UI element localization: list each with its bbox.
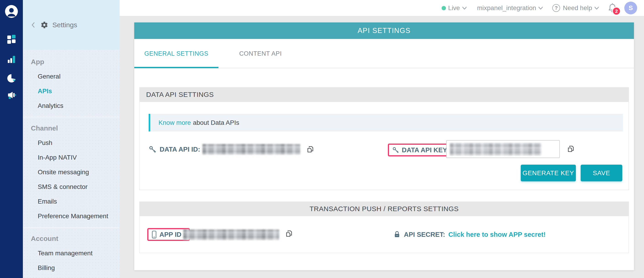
bar-chart-icon[interactable] xyxy=(6,54,16,64)
environment-selector[interactable]: Live xyxy=(442,4,467,12)
nav-item-inapp-nativ[interactable]: In-App NATIV xyxy=(23,150,120,165)
pie-chart-icon[interactable] xyxy=(6,73,16,83)
megaphone-icon[interactable] xyxy=(6,90,16,100)
phone-icon xyxy=(152,230,157,239)
app-id-value-redacted xyxy=(183,229,279,240)
copy-icon[interactable] xyxy=(306,145,314,153)
banner-text: about Data APIs xyxy=(193,119,239,126)
panel-body: GENERAL SETTINGS CONTENT API DATA API SE… xyxy=(134,39,634,270)
nav-item-billing[interactable]: Billing xyxy=(23,260,120,275)
nav-item-apis[interactable]: APIs xyxy=(23,84,120,99)
nav-item-general[interactable]: General xyxy=(23,69,120,84)
panel-title-bar: API SETTINGS xyxy=(134,23,634,39)
dashboard-grid-icon[interactable] xyxy=(6,34,16,44)
netcore-logo[interactable] xyxy=(5,5,18,18)
data-api-key-label: DATA API KEY: xyxy=(402,146,449,154)
key-icon xyxy=(392,147,399,153)
api-secret-row: API SECRET: Click here to show APP secre… xyxy=(393,228,546,241)
notification-count-badge: 2 xyxy=(612,7,621,15)
nav-section-app: App xyxy=(23,55,120,69)
copy-icon[interactable] xyxy=(567,145,575,153)
question-circle-icon: ? xyxy=(552,4,560,12)
data-api-settings-box: Know more about Data APIs DATA API ID: xyxy=(139,102,629,190)
nav-item-preference-management[interactable]: Preference Management xyxy=(23,209,120,223)
transaction-settings-box: APP ID : xyxy=(139,216,629,253)
chevron-down-icon xyxy=(538,7,543,10)
lock-icon xyxy=(393,231,401,238)
active-tab-underline xyxy=(134,67,218,68)
data-api-id-label: DATA API ID: xyxy=(160,146,200,153)
nav-item-analytics[interactable]: Analytics xyxy=(23,99,120,113)
nav-item-team-management[interactable]: Team management xyxy=(23,246,120,260)
data-api-id-row: DATA API ID: xyxy=(149,143,314,156)
page-title: API SETTINGS xyxy=(358,27,411,35)
generate-key-button[interactable]: GENERATE KEY xyxy=(521,165,576,181)
topbar: Live mixpanel_integration ? Need help xyxy=(120,0,644,17)
app-id-label: APP ID : xyxy=(160,231,186,238)
nav-item-sms-connector[interactable]: SMS & connector xyxy=(23,179,120,194)
chevron-down-icon xyxy=(594,7,599,10)
transaction-settings-header: TRANSACTION PUSH / REPORTS SETTINGS xyxy=(139,201,629,216)
project-selector[interactable]: mixpanel_integration xyxy=(477,4,543,12)
user-avatar[interactable]: S xyxy=(624,2,637,15)
copy-icon[interactable] xyxy=(285,229,293,238)
data-api-key-highlight: DATA API KEY: xyxy=(388,144,453,156)
tabs-row: GENERAL SETTINGS CONTENT API xyxy=(134,39,634,68)
show-app-secret-link[interactable]: Click here to show APP secret! xyxy=(448,231,546,238)
need-help-menu[interactable]: ? Need help xyxy=(552,4,599,12)
data-api-key-input[interactable] xyxy=(446,140,560,158)
api-secret-label: API SECRET: xyxy=(404,231,445,238)
primary-nav-rail xyxy=(0,0,23,278)
nav-item-push[interactable]: Push xyxy=(23,136,120,150)
api-settings-panel: API SETTINGS GENERAL SETTINGS CONTENT AP… xyxy=(134,23,634,270)
data-api-id-value-redacted xyxy=(202,144,300,155)
data-api-settings-title: DATA API SETTINGS xyxy=(146,91,214,99)
know-more-banner: Know more about Data APIs xyxy=(149,114,623,131)
tab-content-api[interactable]: CONTENT API xyxy=(218,39,302,68)
tab-general-settings[interactable]: GENERAL SETTINGS xyxy=(134,39,218,68)
app-root: Settings App General APIs Analytics Chan… xyxy=(0,0,644,278)
nav-divider xyxy=(23,117,120,117)
notifications-bell[interactable]: 2 xyxy=(608,3,618,14)
settings-nav: App General APIs Analytics Channel Push … xyxy=(23,50,120,278)
need-help-label: Need help xyxy=(563,4,592,12)
live-status-dot xyxy=(442,6,446,10)
know-more-link[interactable]: Know more xyxy=(158,119,191,126)
nav-item-emails[interactable]: Emails xyxy=(23,194,120,209)
sidebar-title: Settings xyxy=(52,21,77,29)
key-icon xyxy=(149,145,156,153)
nav-divider xyxy=(23,227,120,228)
gear-icon xyxy=(40,21,48,29)
nav-section-account: Account xyxy=(23,231,120,246)
nav-section-channel: Channel xyxy=(23,121,120,136)
back-chevron-icon[interactable] xyxy=(30,22,36,28)
save-button[interactable]: SAVE xyxy=(581,165,622,181)
data-api-settings-header: DATA API SETTINGS xyxy=(139,87,629,102)
settings-sidebar-header: Settings xyxy=(23,0,120,50)
environment-label: Live xyxy=(448,4,460,12)
transaction-settings-title: TRANSACTION PUSH / REPORTS SETTINGS xyxy=(310,205,458,213)
nav-item-onsite-messaging[interactable]: Onsite messaging xyxy=(23,165,120,179)
project-label: mixpanel_integration xyxy=(477,4,536,12)
settings-sidebar: Settings App General APIs Analytics Chan… xyxy=(23,0,120,278)
data-api-key-value-redacted xyxy=(450,143,541,155)
chevron-down-icon xyxy=(462,7,467,10)
